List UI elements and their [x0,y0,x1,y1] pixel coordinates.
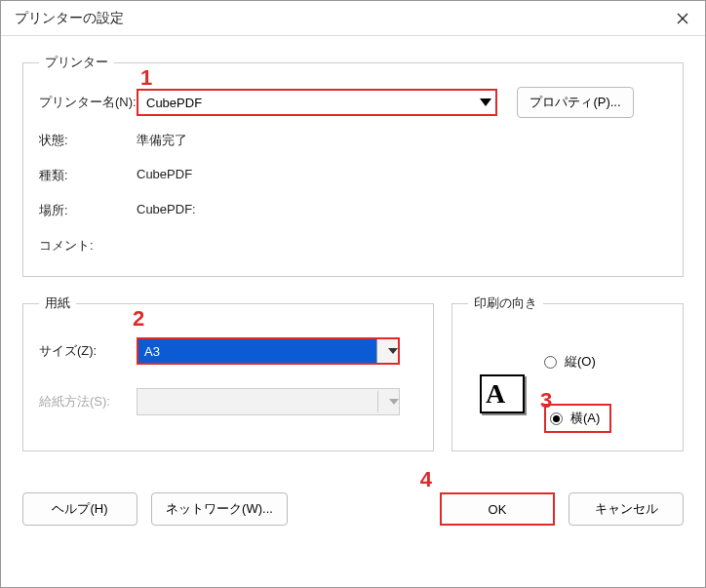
orientation-landscape-radio[interactable]: 横(A) [544,404,611,433]
paper-size-value: A3 [138,339,376,363]
titlebar: プリンターの設定 [1,1,705,36]
orientation-landscape-label: 横(A) [570,410,600,427]
location-label: 場所: [39,202,137,219]
paper-group-legend: 用紙 [39,294,76,312]
printer-name-value: CubePDF [146,96,202,110]
printer-name-combobox[interactable]: CubePDF [137,89,497,116]
orientation-portrait-label: 縦(O) [565,353,596,371]
paper-size-combobox[interactable]: A3 [137,337,400,365]
chevron-down-icon [480,98,491,106]
paper-source-label: 給紙方法(S): [39,393,137,411]
network-button[interactable]: ネットワーク(W)... [151,492,288,526]
orientation-portrait-radio[interactable]: 縦(O) [544,353,611,371]
orientation-group: 印刷の向き A 3 縦(O) 横(A) [451,294,684,451]
location-value: CubePDF: [137,202,196,219]
window-title: プリンターの設定 [15,10,124,27]
chevron-down-icon [376,339,398,363]
chevron-down-icon [377,391,399,412]
type-value: CubePDF [137,167,192,184]
cancel-button[interactable]: キャンセル [569,492,684,526]
printer-group: プリンター 1 プリンター名(N): CubePDF プロパティ(P)... 状… [22,54,684,277]
annotation-4: 4 [420,467,432,492]
status-label: 状態: [39,132,137,149]
status-value: 準備完了 [137,132,187,149]
printer-name-label: プリンター名(N): [39,94,137,111]
paper-group: 用紙 2 サイズ(Z): A3 給紙方法(S): [22,294,434,451]
comment-label: コメント: [39,237,137,255]
printer-group-legend: プリンター [39,54,114,71]
properties-button[interactable]: プロパティ(P)... [517,87,634,118]
paper-source-combobox [137,388,400,415]
radio-checked-icon [550,412,563,425]
radio-icon [544,356,557,369]
print-setup-dialog: プリンターの設定 プリンター 1 プリンター名(N): CubePDF プロパテ… [0,0,706,588]
orientation-group-legend: 印刷の向き [468,294,543,312]
close-button[interactable] [660,1,705,36]
help-button[interactable]: ヘルプ(H) [22,492,137,526]
paper-size-label: サイズ(Z): [39,342,137,360]
type-label: 種類: [39,167,137,184]
ok-button[interactable]: OK [440,492,555,526]
orientation-preview-icon: A [480,374,525,413]
annotation-2: 2 [133,306,144,332]
close-icon [677,13,688,24]
